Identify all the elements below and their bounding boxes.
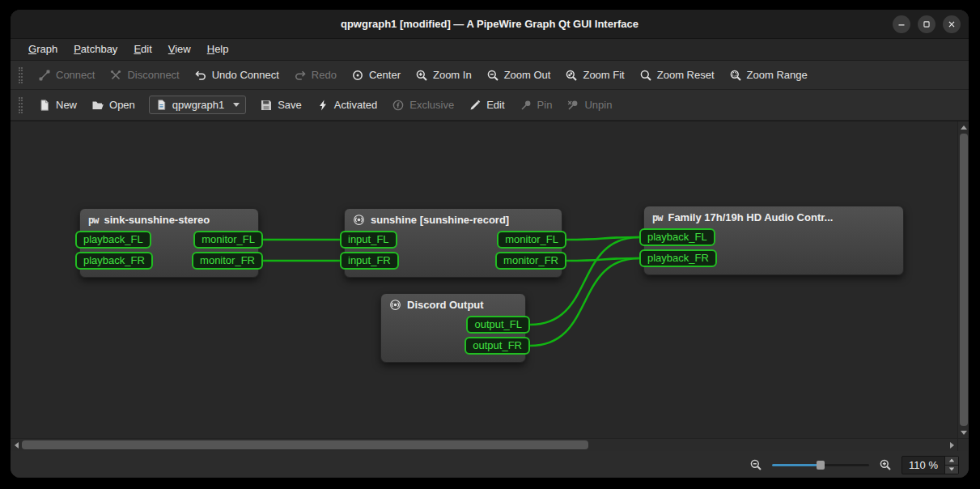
node-title: Family 17h/19h HD Audio Contr... [668, 211, 833, 223]
scroll-up-button[interactable] [958, 121, 969, 133]
toolbar-button-label: Activated [334, 99, 377, 111]
output-port-monitor_FR[interactable]: monitor_FR [192, 252, 263, 270]
graph-canvas[interactable]: pwsink-sunshine-stereoplayback_FLmonitor… [11, 121, 957, 438]
graph-node-discord[interactable]: Discord Outputoutput_FLoutput_FR [380, 293, 526, 363]
activated-button[interactable]: Activated [309, 95, 384, 116]
toolbar-button-label: Pin [537, 99, 553, 111]
output-port-monitor_FL[interactable]: monitor_FL [497, 231, 566, 249]
zoom-in-button[interactable]: Zoom In [408, 65, 479, 86]
exclusive-icon [392, 99, 405, 112]
save-button[interactable]: Save [252, 95, 309, 116]
zoom-range-button[interactable]: Zoom Range [722, 65, 815, 86]
menu-item-patchbay[interactable]: Patchbay [66, 39, 125, 60]
minimize-button[interactable] [893, 15, 910, 33]
input-port-playback_FR[interactable]: playback_FR [75, 252, 153, 270]
menu-item-help[interactable]: Help [199, 39, 237, 60]
new-button[interactable]: New [31, 95, 84, 116]
edit-icon [469, 99, 482, 112]
toolbar-button-label: Zoom Fit [583, 69, 624, 81]
menu-item-edit[interactable]: Edit [125, 39, 159, 60]
node-title: sunshine [sunshine-record] [371, 214, 509, 226]
edit-button[interactable]: Edit [461, 95, 511, 116]
zoom-fit-icon [565, 69, 578, 82]
graph-node-sunshine[interactable]: sunshine [sunshine-record]input_FLmonito… [344, 208, 562, 278]
zoom-slider-handle[interactable] [817, 461, 825, 470]
node-title: sink-sunshine-stereo [104, 214, 210, 226]
canvas-area: pwsink-sunshine-stereoplayback_FLmonitor… [11, 121, 969, 438]
maximize-button[interactable] [918, 15, 935, 33]
scroll-right-button[interactable] [946, 439, 957, 451]
toolbar-button-label: Unpin [584, 99, 612, 111]
save-icon [260, 99, 273, 112]
toolbar-button-label: Zoom Range [747, 69, 808, 81]
input-port-playback_FR[interactable]: playback_FR [639, 249, 717, 267]
toolbar-button-label: Exclusive [409, 99, 454, 111]
disconnect-icon [109, 69, 122, 82]
zoom-in-icon [415, 69, 428, 82]
input-port-playback_FL[interactable]: playback_FL [75, 231, 151, 249]
zoom-spin-down-button[interactable] [945, 465, 958, 474]
toolbar-main: ConnectDisconnectUndo ConnectRedoCenterZ… [11, 61, 969, 90]
vertical-scrollbar[interactable] [957, 121, 969, 438]
toolbar-button-label: Center [369, 69, 401, 81]
graph-node-family[interactable]: pwFamily 17h/19h HD Audio Contr...playba… [643, 206, 904, 275]
zoom-range-icon [729, 69, 742, 82]
output-port-output_FL[interactable]: output_FL [466, 316, 530, 334]
menu-item-view[interactable]: View [160, 39, 199, 60]
zoom-reset-button[interactable]: Zoom Reset [632, 65, 722, 86]
zoom-value: 110 % [902, 457, 944, 474]
minimize-icon [896, 19, 907, 30]
zoom-reset-icon [639, 69, 652, 82]
connect-icon [38, 69, 51, 82]
zoom-out-button[interactable]: Zoom Out [479, 65, 558, 86]
scroll-left-button[interactable] [11, 439, 22, 451]
output-port-monitor_FL[interactable]: monitor_FL [193, 231, 263, 249]
zoom-fit-button[interactable]: Zoom Fit [558, 65, 631, 86]
input-port-input_FL[interactable]: input_FL [340, 231, 397, 249]
zoom-slider[interactable] [772, 459, 869, 471]
toolbar-button-label: Redo [312, 69, 337, 81]
node-header: Discord Output [381, 294, 525, 314]
titlebar[interactable]: qpwgraph1 [modified] — A PipeWire Graph … [11, 10, 969, 39]
speaker-icon [389, 299, 401, 311]
toolbar-button-label: Zoom Out [504, 69, 551, 81]
horizontal-scrollbar-thumb[interactable] [22, 440, 588, 449]
toolbar-drag-handle[interactable] [19, 97, 23, 113]
close-icon [946, 19, 957, 30]
zoom-slider-fill [772, 464, 821, 466]
close-button[interactable] [943, 15, 961, 33]
scrollbar-corner [957, 439, 969, 451]
horizontal-scrollbar[interactable] [11, 438, 969, 451]
open-button[interactable]: Open [84, 95, 142, 116]
node-title: Discord Output [407, 299, 484, 311]
vertical-scrollbar-thumb[interactable] [960, 134, 968, 426]
pw-icon: pw [652, 212, 662, 223]
zoom-spin-buttons [944, 457, 958, 474]
node-header: pwsink-sunshine-stereo [80, 209, 258, 229]
toolbar-button-label: Edit [486, 99, 504, 111]
toolbar-button-label: Save [278, 99, 302, 111]
redo-icon [294, 69, 307, 82]
unpin-icon [566, 99, 579, 112]
zoom-out-icon[interactable] [749, 458, 762, 471]
menu-item-graph[interactable]: Graph [20, 39, 66, 60]
toolbar-drag-handle[interactable] [19, 67, 23, 83]
output-port-monitor_FR[interactable]: monitor_FR [495, 252, 566, 270]
zoom-spin-up-button[interactable] [945, 457, 958, 465]
toolbar-button-label: Connect [56, 69, 95, 81]
center-button[interactable]: Center [344, 65, 408, 86]
output-port-output_FR[interactable]: output_FR [465, 337, 530, 355]
toolbar-button-label: Zoom In [433, 69, 472, 81]
center-icon [351, 69, 364, 82]
window-controls [893, 10, 961, 38]
scroll-down-button[interactable] [958, 427, 969, 438]
graph-node-sink[interactable]: pwsink-sunshine-stereoplayback_FLmonitor… [79, 208, 259, 278]
undo-connect-button[interactable]: Undo Connect [187, 65, 286, 86]
patchbay-selector-combo[interactable]: qpwgraph1 [149, 96, 246, 114]
horizontal-scrollbar-track[interactable] [588, 439, 946, 451]
input-port-input_FR[interactable]: input_FR [340, 252, 399, 270]
zoom-in-icon[interactable] [879, 458, 892, 471]
input-port-playback_FL[interactable]: playback_FL [639, 228, 715, 246]
toolbar-file: NewOpenqpwgraph1SaveActivatedExclusiveEd… [11, 90, 969, 121]
toolbar-button-label: New [56, 99, 77, 111]
